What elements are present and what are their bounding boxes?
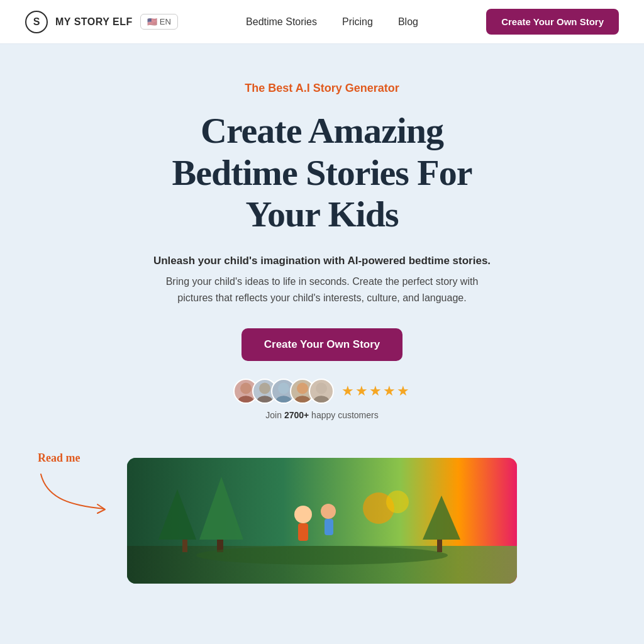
social-proof: ★★★★★ [233, 379, 411, 404]
svg-point-8 [316, 383, 327, 394]
svg-point-18 [294, 506, 312, 523]
svg-point-0 [240, 383, 252, 394]
svg-rect-21 [325, 519, 333, 535]
navbar: S MY STORY ELF 🇺🇸 EN Bedtime Stories Pri… [0, 0, 644, 44]
nav-link-pricing[interactable]: Pricing [342, 16, 373, 27]
hero-desc: Bring your child's ideas to life in seco… [152, 274, 492, 306]
svg-point-3 [257, 396, 272, 404]
flag-icon: 🇺🇸 [147, 17, 157, 26]
svg-point-5 [275, 396, 291, 404]
logo-icon: S [25, 11, 48, 33]
nav-link-bedtime-stories[interactable]: Bedtime Stories [246, 16, 317, 27]
read-me-label: Read me [38, 452, 80, 465]
svg-point-4 [278, 383, 289, 394]
svg-rect-13 [182, 540, 187, 552]
star-rating: ★★★★★ [341, 383, 411, 399]
svg-point-6 [297, 383, 308, 394]
avatar-group [233, 379, 334, 404]
svg-point-23 [386, 491, 409, 513]
hero-subtitle: The Best A.I Story Generator [245, 82, 399, 95]
nav-links: Bedtime Stories Pricing Blog [246, 16, 418, 28]
svg-rect-17 [437, 540, 442, 552]
hero-cta-button[interactable]: Create Your Own Story [242, 328, 403, 361]
avatar [309, 379, 334, 404]
nav-item-bedtime-stories[interactable]: Bedtime Stories [246, 16, 317, 28]
hero-section: The Best A.I Story Generator Create Amaz… [0, 44, 644, 445]
nav-item-blog[interactable]: Blog [398, 16, 418, 28]
svg-rect-19 [298, 523, 308, 541]
language-selector[interactable]: 🇺🇸 EN [140, 14, 178, 30]
nav-cta-button[interactable]: Create Your Own Story [486, 9, 619, 35]
svg-point-24 [196, 546, 448, 565]
svg-point-7 [294, 396, 310, 404]
arrow-icon [35, 468, 110, 518]
hero-desc-bold: Unleash your child's imagination with AI… [153, 255, 491, 267]
hero-title: Create Amazing Bedtime Stories For Your … [172, 110, 472, 236]
nav-item-pricing[interactable]: Pricing [342, 16, 373, 28]
read-me-section: Read me [0, 445, 644, 584]
social-proof-text: Join 2700+ happy customers [265, 410, 378, 420]
svg-point-20 [321, 504, 336, 519]
nav-link-blog[interactable]: Blog [398, 16, 418, 27]
story-preview-image [127, 458, 517, 584]
svg-point-2 [259, 383, 270, 394]
svg-point-9 [313, 396, 329, 404]
story-scene-svg [127, 458, 517, 584]
svg-point-1 [238, 396, 253, 404]
nav-left: S MY STORY ELF 🇺🇸 EN [25, 11, 178, 33]
brand-name: MY STORY ELF [55, 16, 133, 28]
